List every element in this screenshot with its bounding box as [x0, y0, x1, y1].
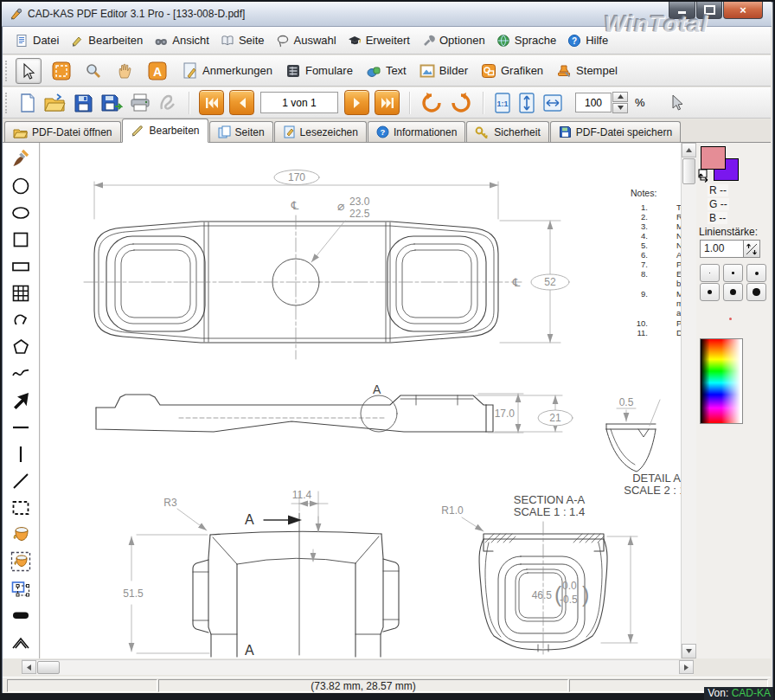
line-width-label: Linienstärke:	[699, 226, 758, 238]
ellipse-tool[interactable]	[9, 202, 33, 224]
line-preset-6-button[interactable]	[746, 283, 766, 301]
menu-bar: Datei Bearbeiten Ansicht Seite Auswahl E…	[3, 27, 771, 55]
scroll-up-button[interactable]	[682, 143, 696, 157]
horizontal-scroll-thumb[interactable]	[37, 661, 60, 674]
square-tool[interactable]	[9, 228, 33, 251]
horizontal-scrollbar[interactable]	[22, 659, 694, 675]
page-indicator-field[interactable]: 1 von 1	[260, 92, 338, 113]
polygon-tool[interactable]	[9, 336, 33, 358]
fill-selection-tool[interactable]	[9, 550, 33, 573]
rotate-left-button[interactable]	[420, 92, 443, 114]
tab-informationen[interactable]: ? Informationen	[368, 121, 465, 142]
hand-tool-button[interactable]	[113, 59, 138, 83]
tab-lesezeichen[interactable]: Lesezeichen	[274, 121, 367, 142]
next-page-button[interactable]	[344, 90, 369, 115]
images-group-button[interactable]: Bilder	[420, 63, 468, 79]
rectangle-tool[interactable]	[9, 255, 33, 278]
horizontal-line-tool[interactable]	[9, 416, 33, 439]
save-button[interactable]	[73, 93, 93, 113]
text-tool-button[interactable]: A	[145, 59, 170, 83]
dot-size-2	[732, 272, 734, 274]
svg-text:1.: 1.	[641, 202, 648, 212]
zoom-up-button[interactable]	[612, 92, 628, 102]
fill-bucket-tool[interactable]	[9, 523, 33, 546]
color-picker-gradient[interactable]	[700, 338, 743, 424]
primary-color-swatch[interactable]	[701, 146, 726, 170]
table-grid-tool[interactable]	[9, 282, 33, 305]
section-arrow-label-top: A	[245, 512, 254, 527]
stamp-group-button[interactable]: Stempel	[556, 63, 618, 79]
menu-sprache[interactable]: Sprache	[493, 31, 564, 50]
menu-bearbeiten[interactable]: Bearbeiten	[67, 31, 151, 50]
menu-auswahl[interactable]: Auswahl	[272, 31, 344, 50]
brush-tool[interactable]	[9, 148, 33, 170]
toolbar-grip-2[interactable]	[5, 93, 10, 113]
toolbar-grip[interactable]	[5, 61, 10, 81]
menu-optionen[interactable]: Optionen	[418, 31, 493, 50]
vertical-scrollbar[interactable]	[681, 143, 696, 658]
diagonal-line-tool[interactable]	[9, 470, 33, 492]
arrow-tool[interactable]	[9, 389, 33, 412]
transform-object-tool[interactable]	[9, 577, 33, 600]
curve-tool[interactable]	[9, 363, 33, 385]
zoom-actual-size-button[interactable]: 1:1	[494, 92, 511, 114]
chevron-angle-tool[interactable]	[9, 631, 33, 653]
vertical-line-tool[interactable]	[9, 443, 33, 466]
previous-page-button[interactable]	[229, 90, 254, 115]
print-button[interactable]	[130, 93, 151, 112]
line-preset-4-button[interactable]	[700, 283, 720, 301]
line-preset-1-button[interactable]	[700, 264, 720, 282]
app-icon	[10, 7, 23, 21]
filled-rounded-rect-tool[interactable]	[9, 604, 33, 626]
tab-bearbeiten[interactable]: Bearbeiten	[122, 119, 208, 143]
svg-text:11.: 11.	[637, 328, 648, 337]
zoom-tool-button[interactable]	[81, 59, 106, 83]
select-region-tool[interactable]	[9, 497, 33, 519]
zoom-down-button[interactable]	[612, 103, 628, 113]
vertical-scroll-thumb[interactable]	[682, 158, 695, 184]
line-width-field[interactable]: 1.00	[700, 240, 760, 258]
line-preset-2-button[interactable]	[723, 264, 743, 282]
maximize-button[interactable]	[696, 2, 722, 19]
fit-width-button[interactable]	[542, 92, 563, 114]
scroll-down-button[interactable]	[682, 644, 696, 658]
pointer-icon-toolbar[interactable]	[669, 94, 685, 112]
menu-seite[interactable]: Seite	[217, 31, 272, 50]
fit-height-button[interactable]	[518, 92, 535, 114]
graphics-group-button[interactable]: Grafiken	[481, 63, 543, 79]
new-page-button[interactable]	[19, 93, 36, 113]
tab-seiten[interactable]: Seiten	[209, 121, 273, 142]
swap-colors-icon[interactable]	[698, 169, 712, 183]
zoom-value-field[interactable]: 100	[575, 93, 612, 112]
line-preset-5-button[interactable]	[723, 283, 743, 301]
rotate-right-button[interactable]	[450, 92, 472, 114]
circle-tool[interactable]	[9, 175, 33, 197]
pen-icon	[131, 125, 145, 137]
open-file-button[interactable]	[43, 93, 66, 113]
line-preset-3-button[interactable]	[746, 264, 766, 282]
info-question-icon: ?	[376, 125, 389, 138]
tab-sicherheit[interactable]: Sicherheit	[466, 121, 548, 142]
line-width-spinner[interactable]	[743, 241, 759, 257]
save-as-button[interactable]	[100, 93, 123, 113]
title-bar[interactable]: CAD-KAS PDF Editor 3.1 Pro - [133-008-D.…	[2, 2, 772, 27]
menu-datei[interactable]: Datei	[11, 31, 67, 50]
tab-pdf-speichern[interactable]: PDF-Datei speichern	[550, 121, 681, 142]
pdf-page-canvas[interactable]: 170 ℄ ⌀ 23.0 22.5 ℄ 52	[41, 143, 681, 658]
scroll-left-button[interactable]	[22, 660, 36, 674]
annotations-group-button[interactable]: Anmerkungen	[183, 62, 272, 80]
close-button[interactable]: ×	[723, 2, 763, 19]
forms-group-button[interactable]: Fomulare	[285, 63, 353, 79]
menu-erweitert[interactable]: Erweitert	[344, 31, 418, 50]
text-group-button[interactable]: Text	[366, 63, 407, 79]
first-page-button[interactable]	[199, 90, 224, 115]
tab-pdf-oeffnen[interactable]: PDF-Datei öffnen	[4, 121, 121, 142]
menu-ansicht[interactable]: Ansicht	[151, 31, 217, 50]
select-tool-button[interactable]	[16, 58, 42, 84]
open-polygon-tool[interactable]	[9, 309, 33, 331]
last-page-button[interactable]	[375, 90, 400, 115]
menu-hilfe[interactable]: ? Hilfe	[564, 31, 616, 50]
minimize-button[interactable]	[669, 2, 695, 19]
select-area-button[interactable]	[49, 59, 74, 83]
scroll-right-button[interactable]	[679, 660, 694, 674]
